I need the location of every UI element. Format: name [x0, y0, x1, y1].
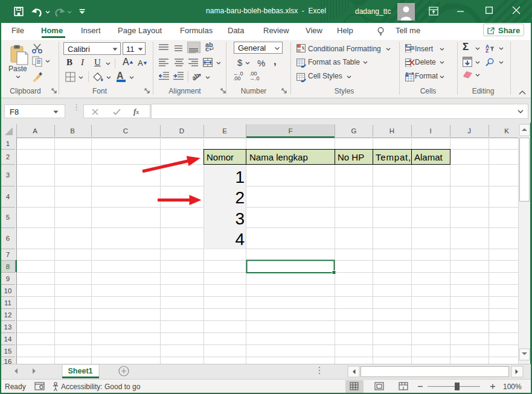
- svg-text:Tempat,: Tempat,: [376, 152, 411, 162]
- svg-text:ab: ab: [193, 72, 200, 81]
- svg-text:Ready: Ready: [5, 383, 26, 391]
- svg-text:13: 13: [4, 323, 12, 331]
- svg-text:4: 4: [6, 193, 10, 200]
- svg-text:3: 3: [6, 171, 10, 179]
- svg-text:K: K: [504, 127, 509, 135]
- svg-text:16: 16: [4, 358, 12, 364]
- svg-text:10: 10: [4, 287, 12, 294]
- svg-text:Sheet1: Sheet1: [68, 367, 93, 375]
- svg-text:I: I: [429, 127, 431, 135]
- svg-text:J: J: [467, 127, 471, 135]
- svg-text:11: 11: [4, 299, 11, 307]
- svg-text:15: 15: [4, 348, 12, 355]
- svg-text:Z: Z: [486, 48, 489, 52]
- svg-text:G: G: [351, 127, 357, 135]
- svg-text:D: D: [179, 127, 184, 135]
- svg-text:8: 8: [6, 263, 10, 270]
- svg-text:7: 7: [6, 251, 10, 258]
- svg-text:5: 5: [6, 214, 10, 221]
- svg-text:1: 1: [6, 140, 10, 147]
- svg-text:Accessibility: Good to go: Accessibility: Good to go: [61, 383, 141, 391]
- svg-text:Nama lengkap: Nama lengkap: [249, 152, 308, 162]
- svg-text:No HP: No HP: [338, 152, 364, 162]
- svg-text:2: 2: [235, 188, 245, 207]
- svg-text:4: 4: [235, 230, 245, 249]
- svg-text:9: 9: [6, 275, 10, 282]
- svg-text:E: E: [222, 127, 227, 135]
- svg-text:H: H: [389, 127, 394, 135]
- svg-text:100%: 100%: [503, 383, 522, 391]
- svg-text:3: 3: [235, 209, 245, 228]
- svg-text:12: 12: [4, 311, 12, 319]
- svg-text:1: 1: [235, 168, 245, 186]
- svg-text:A: A: [33, 127, 37, 135]
- svg-text:B: B: [70, 127, 75, 135]
- svg-text:2: 2: [6, 153, 10, 160]
- svg-text:Alamat: Alamat: [414, 152, 443, 162]
- svg-text:14: 14: [4, 335, 12, 343]
- svg-text:C: C: [123, 127, 128, 135]
- svg-text:F: F: [288, 127, 292, 135]
- svg-text:Nomor: Nomor: [207, 152, 234, 162]
- svg-text:6: 6: [6, 235, 10, 242]
